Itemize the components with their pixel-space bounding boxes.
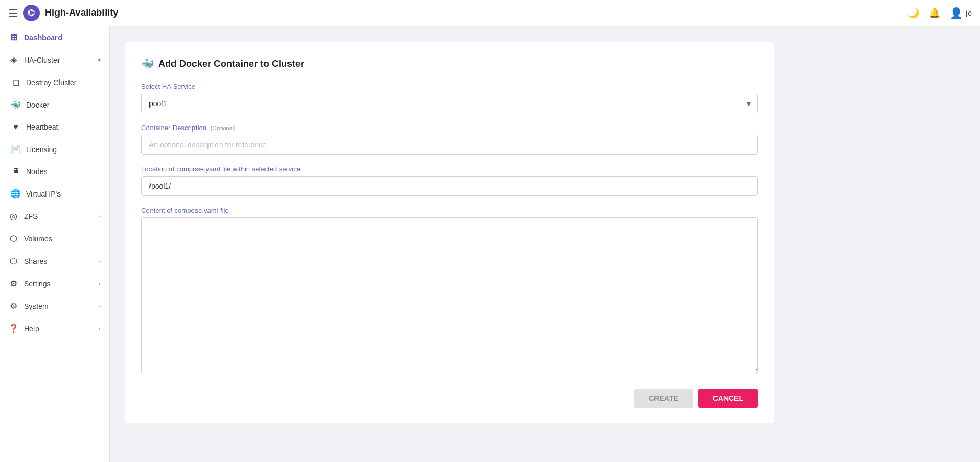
form-title-icon: 🐳 [141,57,154,70]
create-button[interactable]: CREATE [634,389,693,408]
add-docker-form: 🐳 Add Docker Container to Cluster Select… [125,42,774,423]
main-content: 🐳 Add Docker Container to Cluster Select… [110,26,980,462]
sidebar-label-virtual-ips: Virtual IP's [26,190,101,198]
sidebar-label-heartbeat: Heartbeat [26,123,101,131]
nodes-icon: 🖥 [10,167,21,176]
sidebar-label-destroy-cluster: Destroy Cluster [26,78,101,87]
ha-cluster-icon: ◈ [8,55,19,65]
sidebar-label-nodes: Nodes [26,167,101,176]
sidebar-item-ha-cluster[interactable]: ◈ HA-Cluster ▾ [0,49,109,71]
sidebar-item-settings[interactable]: ⚙ Settings ‹ [0,272,109,295]
sidebar: ⊞ Dashboard ◈ HA-Cluster ▾ ◻ Destroy Clu… [0,26,110,462]
user-menu[interactable]: 👤 jo [950,7,972,19]
heartbeat-icon: ♥ [10,122,21,132]
sidebar-item-heartbeat[interactable]: ♥ Heartbeat [0,116,109,138]
optional-badge: (Optional) [211,125,236,131]
user-label: jo [966,9,972,17]
sidebar-item-help[interactable]: ❓ Help ‹ [0,317,109,340]
docker-icon: 🐳 [10,100,21,110]
sidebar-label-help: Help [24,325,94,333]
volumes-icon: ⬡ [8,234,19,244]
dashboard-icon: ⊞ [8,32,19,42]
sidebar-label-ha-cluster: HA-Cluster [24,56,93,64]
sidebar-item-zfs[interactable]: ◎ ZFS ‹ [0,205,109,227]
virtual-ips-icon: 🌐 [10,189,21,199]
help-icon: ❓ [8,324,19,333]
sidebar-item-virtual-ips[interactable]: 🌐 Virtual IP's [0,182,109,205]
sidebar-label-settings: Settings [24,280,94,288]
form-title: 🐳 Add Docker Container to Cluster [141,57,758,70]
sidebar-label-volumes: Volumes [24,235,101,243]
content-label: Content of compose.yaml file [141,206,758,214]
sidebar-label-zfs: ZFS [24,212,94,221]
settings-chevron-icon: ‹ [99,280,101,287]
cancel-button[interactable]: CANCEL [698,389,758,408]
licensing-icon: 📄 [10,144,21,154]
sidebar-item-destroy-cluster[interactable]: ◻ Destroy Cluster [0,71,109,94]
sidebar-item-shares[interactable]: ⬡ Shares ‹ [0,250,109,272]
user-avatar-icon: 👤 [950,7,963,19]
theme-toggle-icon[interactable]: 🌙 [908,7,919,19]
sidebar-item-system[interactable]: ⚙ System ‹ [0,295,109,317]
location-input[interactable] [141,176,758,196]
sidebar-label-system: System [24,302,94,310]
form-actions: CREATE CANCEL [141,389,758,408]
zfs-icon: ◎ [8,211,19,221]
container-description-group: Container Description (Optional) [141,124,758,155]
shares-chevron-icon: ‹ [99,258,101,265]
location-group: Location of compose.yaml file within sel… [141,165,758,196]
shares-icon: ⬡ [8,256,19,266]
location-label: Location of compose.yaml file within sel… [141,165,758,173]
zfs-chevron-icon: ‹ [99,213,101,220]
container-description-label: Container Description (Optional) [141,124,758,132]
app-title: High-Availability [45,7,903,18]
compose-yaml-textarea[interactable] [141,217,758,374]
form-container: 🐳 Add Docker Container to Cluster Select… [110,26,789,439]
notifications-icon[interactable]: 🔔 [929,7,940,19]
sidebar-item-licensing[interactable]: 📄 Licensing [0,138,109,160]
sidebar-label-licensing: Licensing [26,145,101,154]
help-chevron-icon: ‹ [99,325,101,332]
system-icon: ⚙ [8,301,19,311]
sidebar-label-shares: Shares [24,257,94,265]
menu-icon[interactable]: ☰ [8,7,18,19]
app-logo: ⌬ [23,5,40,21]
settings-icon: ⚙ [8,279,19,288]
system-chevron-icon: ‹ [99,303,101,310]
select-ha-service-wrapper: pool1 pool2 [141,94,758,113]
sidebar-item-docker[interactable]: 🐳 Docker [0,94,109,116]
topbar: ☰ ⌬ High-Availability 🌙 🔔 👤 jo [0,0,980,26]
topbar-actions: 🌙 🔔 👤 jo [908,7,972,19]
container-description-input[interactable] [141,135,758,155]
select-ha-service-label: Select HA Service [141,83,758,90]
sidebar-label-docker: Docker [26,101,101,109]
ha-service-select[interactable]: pool1 pool2 [141,94,758,113]
sidebar-item-nodes[interactable]: 🖥 Nodes [0,160,109,182]
sidebar-label-dashboard: Dashboard [24,33,101,42]
sidebar-item-dashboard[interactable]: ⊞ Dashboard [0,26,109,49]
layout: ⊞ Dashboard ◈ HA-Cluster ▾ ◻ Destroy Clu… [0,26,980,462]
select-ha-service-group: Select HA Service pool1 pool2 [141,83,758,113]
sidebar-item-volumes[interactable]: ⬡ Volumes [0,227,109,250]
content-group: Content of compose.yaml file [141,206,758,376]
chevron-down-icon: ▾ [98,56,101,64]
destroy-cluster-icon: ◻ [10,77,21,87]
